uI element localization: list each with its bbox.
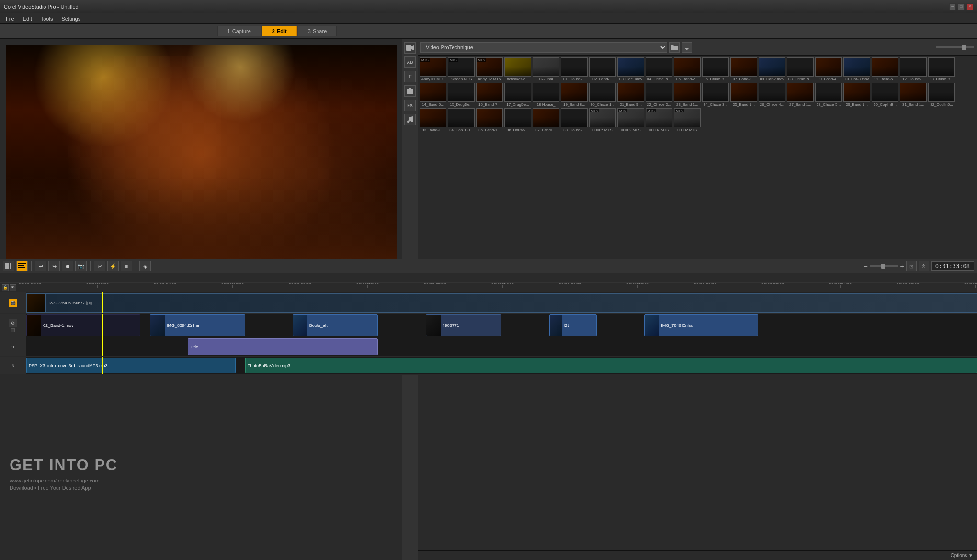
tl-storyboard-button[interactable] (3, 261, 14, 271)
zoom-in-button[interactable]: + (900, 262, 904, 270)
menu-edit[interactable]: Edit (19, 15, 36, 22)
sidebar-icon-video[interactable] (404, 42, 416, 54)
menu-file[interactable]: File (2, 15, 18, 22)
thumb-label: 15_DrugDe... (448, 102, 475, 107)
thumbnail-item[interactable]: 01_House-... (561, 57, 588, 81)
close-button[interactable]: ✕ (966, 3, 973, 10)
timeline-ruler (0, 273, 977, 283)
tl-redo-button[interactable]: ↪ (48, 261, 60, 271)
thumbnail-item[interactable]: 06_Crime_s... (702, 57, 729, 81)
thumbnail-item[interactable]: MTS00002.MTS (674, 108, 701, 132)
tl-split-button[interactable]: ⚡ (107, 261, 119, 271)
thumbnail-item[interactable]: 08_Car-2.mov (759, 57, 785, 81)
maximize-button[interactable]: □ (958, 3, 965, 10)
thumbnail-item[interactable]: 09_Band-4... (815, 57, 842, 81)
clip-boots[interactable]: Boots_aft (293, 314, 378, 336)
track-2-extra[interactable] (11, 328, 15, 332)
sidebar-icon-fx[interactable]: FX (404, 100, 416, 111)
thumbnail-item[interactable]: 15_DrugDe... (448, 83, 475, 107)
thumbnail-item[interactable]: TTR-Final... (533, 57, 559, 81)
thumbnail-item[interactable]: 36_House-... (504, 108, 531, 132)
library-dropdown[interactable]: Video-ProTechnique (420, 42, 667, 53)
thumbnail-item[interactable]: 24_Chace-3... (702, 83, 729, 107)
tl-record-button[interactable]: ⏺ (62, 261, 73, 271)
thumbnail-item[interactable]: 35_Band-1... (476, 108, 503, 132)
thumbnail-item[interactable]: 03_Car1.mov (617, 57, 644, 81)
library-import-button[interactable] (682, 42, 692, 53)
thumbnail-item[interactable]: MTS00002.MTS (589, 108, 616, 132)
thumbnail-item[interactable]: MTSAndy 01.MTS (420, 57, 446, 81)
thumbnail-item[interactable]: 18 House_ (533, 83, 559, 107)
zoom-slider[interactable] (870, 265, 898, 267)
track-lock-button[interactable]: 🔒 (2, 284, 9, 291)
tab-share[interactable]: 3 Share (298, 26, 337, 36)
zoom-out-button[interactable]: − (863, 262, 867, 270)
thumbnail-item[interactable]: hotcakes-c... (504, 57, 531, 81)
thumbnail-item[interactable]: 25_Band-1... (730, 83, 757, 107)
thumbnail-item[interactable]: 12_House-... (900, 57, 927, 81)
thumbnail-item[interactable]: 07_Band-3... (730, 57, 757, 81)
tl-undo-button[interactable]: ↩ (35, 261, 46, 271)
clip-i21[interactable]: I21 (549, 314, 597, 336)
menu-settings[interactable]: Settings (57, 15, 84, 22)
thumbnail-item[interactable]: 38_House-... (561, 108, 588, 132)
clip-img8394[interactable]: IMG_8394.Enhar (150, 314, 245, 336)
thumbnail-item[interactable]: 17_DrugDe... (504, 83, 531, 107)
thumbnail-item[interactable]: 04_Crime_s... (646, 57, 672, 81)
thumbnail-item[interactable]: 30_CoplinB... (872, 83, 898, 107)
track-2-icon[interactable]: ⚙ (9, 319, 17, 327)
library-zoom-slider[interactable] (936, 46, 974, 48)
thumbnail-item[interactable]: 10_Car-3.mov (843, 57, 870, 81)
track-1-icon[interactable]: 🎬 (9, 299, 17, 307)
tl-capture-button[interactable]: 📷 (75, 261, 87, 271)
audio-clip-2[interactable]: PhotoRaRaVideo.mp3 (245, 358, 977, 373)
tl-trim-button[interactable]: ✂ (94, 261, 105, 271)
sidebar-icon-music[interactable] (404, 114, 416, 125)
thumbnail-item[interactable]: 13_Crime_s... (928, 57, 955, 81)
tab-edit[interactable]: 2 Edit (262, 26, 297, 36)
thumbnail-item[interactable]: 33_Band-1... (420, 108, 446, 132)
thumbnail-item[interactable]: 14_Band-5... (420, 83, 446, 107)
tl-transition-button[interactable]: ◈ (139, 261, 151, 271)
thumbnail-item[interactable]: MTS00002.MTS (646, 108, 672, 132)
thumbnail-item[interactable]: 19_Band-8... (561, 83, 588, 107)
thumbnail-item[interactable]: 22_Chace-2... (646, 83, 672, 107)
thumbnail-item[interactable]: 26_Chace-4... (759, 83, 785, 107)
thumbnail-item[interactable]: 34_Cop_Gu... (448, 108, 475, 132)
thumbnail-item[interactable]: MTSAndy 02.MTS (476, 57, 503, 81)
thumbnail-item[interactable]: 02_Band-... (589, 57, 616, 81)
thumbnail-item[interactable]: 16_Band-7... (476, 83, 503, 107)
library-folder-button[interactable] (669, 42, 680, 53)
title-clip[interactable]: Title (188, 338, 378, 355)
thumbnail-item[interactable]: 29_Band-1... (843, 83, 870, 107)
sidebar-icon-camera[interactable] (404, 85, 416, 97)
main-video-clip[interactable]: 13722754-516x677.jpg (26, 293, 977, 313)
tl-btn-extra2[interactable]: ⏱ (919, 261, 929, 271)
thumbnail-item[interactable]: 27_Band-1... (787, 83, 814, 107)
audio-clip-1[interactable]: PSP_X3_intro_cover3rd_soundMP3.mp3 (26, 358, 236, 373)
track-eye-button[interactable]: 👁 (10, 284, 16, 291)
thumbnail-item[interactable]: 37_BandE... (533, 108, 559, 132)
thumbnail-item[interactable]: 21_Band-9... (617, 83, 644, 107)
thumbnail-item[interactable]: 11_Band-5... (872, 57, 898, 81)
minimize-button[interactable]: ─ (949, 3, 956, 10)
tl-speed-button[interactable]: ≡ (121, 261, 132, 271)
thumbnail-item[interactable]: 20_Chace-1... (589, 83, 616, 107)
sidebar-icon-text[interactable]: T (404, 71, 416, 82)
thumbnail-item[interactable]: MTS00002.MTS (617, 108, 644, 132)
tl-btn-extra1[interactable]: ⊡ (906, 261, 917, 271)
thumbnail-item[interactable]: 32_CoplIn6... (928, 83, 955, 107)
clip-band1[interactable]: 02_Band-1.mov (26, 314, 140, 336)
sidebar-icon-ab[interactable]: AB (404, 56, 416, 68)
tl-timeline-button[interactable] (16, 261, 28, 271)
thumbnail-item[interactable]: 08_Crime_s... (787, 57, 814, 81)
tab-capture[interactable]: 1 Capture (217, 26, 261, 36)
thumbnail-item[interactable]: 28_Chace-5... (815, 83, 842, 107)
thumbnail-item[interactable]: 31_Band-1... (900, 83, 927, 107)
clip-4988771[interactable]: 4988771 (426, 314, 502, 336)
menu-tools[interactable]: Tools (37, 15, 57, 22)
thumbnail-item[interactable]: 23_Band-1... (674, 83, 701, 107)
thumbnail-item[interactable]: 05_Band-2... (674, 57, 701, 81)
clip-img7849[interactable]: IMG_7849.Enhar (644, 314, 758, 336)
thumbnail-item[interactable]: MTSScreen.MTS (448, 57, 475, 81)
